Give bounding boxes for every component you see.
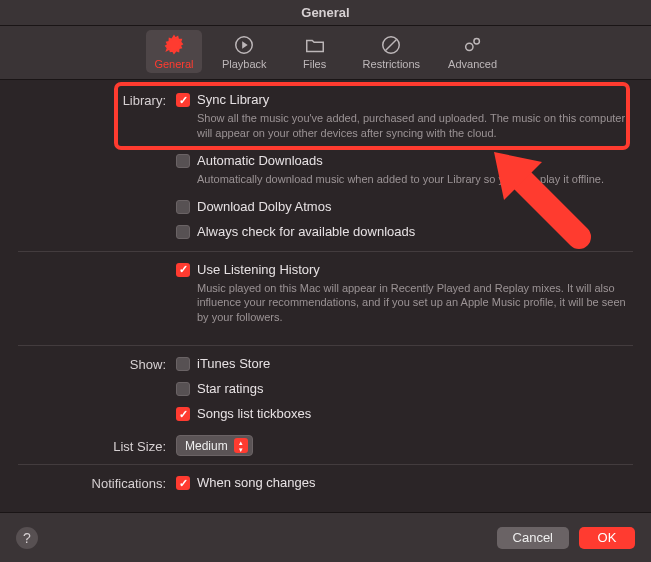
svg-line-3 xyxy=(386,40,397,51)
checkrow-song-changes[interactable]: When song changes xyxy=(176,475,633,490)
row-library: Library: Sync Library Show all the music… xyxy=(18,90,633,245)
checkbox-dolby-atmos[interactable] xyxy=(176,200,190,214)
checkbox-star-ratings[interactable] xyxy=(176,382,190,396)
tab-label: Restrictions xyxy=(363,58,420,70)
cancel-button[interactable]: Cancel xyxy=(497,527,569,549)
checkbox-label: Download Dolby Atmos xyxy=(197,199,331,214)
row-history: Use Listening History Music played on th… xyxy=(18,260,633,340)
row-show: Show: iTunes Store Star ratings Songs li… xyxy=(18,354,633,427)
tab-advanced[interactable]: Advanced xyxy=(440,30,505,73)
checkrow-star-ratings[interactable]: Star ratings xyxy=(176,381,633,396)
tab-label: Playback xyxy=(222,58,267,70)
footer: ? Cancel OK xyxy=(0,512,651,562)
checkbox-check-downloads[interactable] xyxy=(176,225,190,239)
divider xyxy=(18,345,633,346)
section-label-show: Show: xyxy=(18,356,176,372)
section-label-library: Library: xyxy=(18,92,176,108)
select-arrows-icon xyxy=(234,438,248,453)
checkbox-label: When song changes xyxy=(197,475,316,490)
tab-general[interactable]: General xyxy=(146,30,202,73)
checkbox-label: iTunes Store xyxy=(197,356,270,371)
checkrow-sync-library[interactable]: Sync Library xyxy=(176,92,633,107)
svg-point-4 xyxy=(465,43,472,50)
checkbox-sync-library[interactable] xyxy=(176,93,190,107)
section-label-listsize: List Size: xyxy=(18,438,176,454)
select-value: Medium xyxy=(185,439,228,453)
tab-restrictions[interactable]: Restrictions xyxy=(355,30,428,73)
checkbox-label: Songs list tickboxes xyxy=(197,406,311,421)
window-title: General xyxy=(0,0,651,26)
desc-listening-history: Music played on this Mac will appear in … xyxy=(197,281,627,326)
listsize-select[interactable]: Medium xyxy=(176,435,253,456)
divider xyxy=(18,251,633,252)
tab-playback[interactable]: Playback xyxy=(214,30,275,73)
prefs-toolbar: General Playback Files Restrictions Adva… xyxy=(0,26,651,80)
desc-sync-library: Show all the music you've added, purchas… xyxy=(197,111,627,141)
checkbox-songs-tickboxes[interactable] xyxy=(176,407,190,421)
help-button[interactable]: ? xyxy=(16,527,38,549)
row-notifications: Notifications: When song changes xyxy=(18,473,633,496)
checkbox-listening-history[interactable] xyxy=(176,263,190,277)
checkbox-auto-downloads[interactable] xyxy=(176,154,190,168)
gears-icon xyxy=(462,34,484,56)
checkbox-label: Automatic Downloads xyxy=(197,153,323,168)
svg-point-5 xyxy=(473,39,479,45)
checkbox-itunes-store[interactable] xyxy=(176,357,190,371)
checkrow-dolby-atmos[interactable]: Download Dolby Atmos xyxy=(176,199,633,214)
section-label-empty xyxy=(18,262,176,263)
tab-label: Advanced xyxy=(448,58,497,70)
tab-label: Files xyxy=(303,58,326,70)
checkrow-listening-history[interactable]: Use Listening History xyxy=(176,262,633,277)
checkbox-label: Use Listening History xyxy=(197,262,320,277)
tab-label: General xyxy=(154,58,193,70)
restrictions-icon xyxy=(380,34,402,56)
ok-button[interactable]: OK xyxy=(579,527,635,549)
checkbox-song-changes[interactable] xyxy=(176,476,190,490)
checkbox-label: Always check for available downloads xyxy=(197,224,415,239)
checkrow-auto-downloads[interactable]: Automatic Downloads xyxy=(176,153,633,168)
tab-files[interactable]: Files xyxy=(287,30,343,73)
checkrow-itunes-store[interactable]: iTunes Store xyxy=(176,356,633,371)
play-icon xyxy=(233,34,255,56)
divider xyxy=(18,464,633,465)
section-label-notifications: Notifications: xyxy=(18,475,176,491)
prefs-content: Library: Sync Library Show all the music… xyxy=(0,80,651,520)
checkrow-check-downloads[interactable]: Always check for available downloads xyxy=(176,224,633,239)
desc-auto-downloads: Automatically download music when added … xyxy=(197,172,627,187)
row-listsize: List Size: Medium xyxy=(18,433,633,458)
folder-icon xyxy=(304,34,326,56)
checkrow-songs-tickboxes[interactable]: Songs list tickboxes xyxy=(176,406,633,421)
gear-icon xyxy=(163,34,185,56)
checkbox-label: Sync Library xyxy=(197,92,269,107)
checkbox-label: Star ratings xyxy=(197,381,263,396)
